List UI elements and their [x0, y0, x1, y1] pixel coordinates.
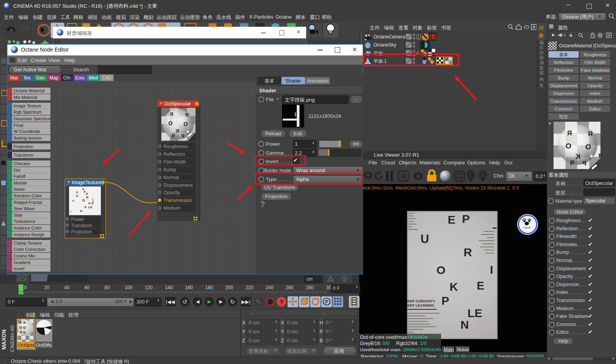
svg-text:M: M: [481, 172, 485, 178]
svg-text:P: P: [325, 299, 328, 305]
svg-text:F: F: [469, 172, 472, 178]
